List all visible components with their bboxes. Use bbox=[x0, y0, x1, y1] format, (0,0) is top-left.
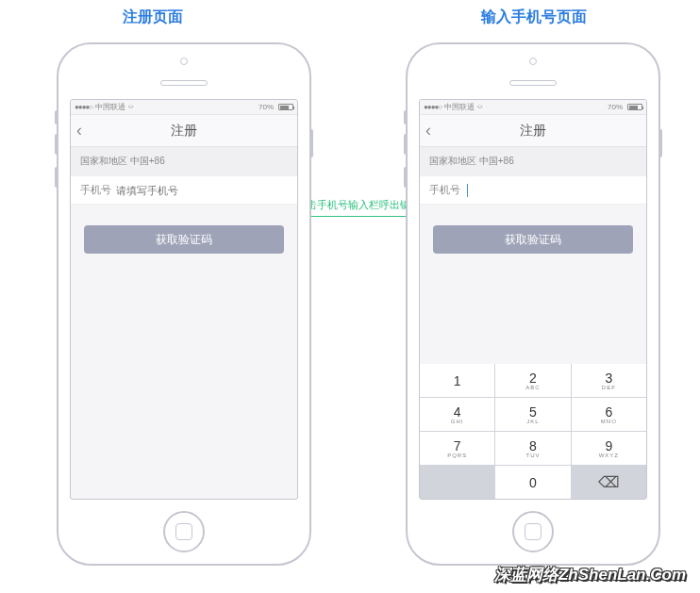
battery-pct: 70% bbox=[258, 103, 274, 111]
input-cursor bbox=[467, 184, 468, 197]
verify-button[interactable]: 获取验证码 bbox=[84, 225, 284, 254]
connector-line bbox=[307, 216, 410, 217]
back-icon[interactable]: ‹ bbox=[76, 121, 82, 140]
key-2[interactable]: 2ABC bbox=[495, 364, 570, 397]
volume-down bbox=[404, 167, 407, 188]
speaker-slot bbox=[509, 80, 557, 86]
key-5[interactable]: 5JKL bbox=[495, 398, 570, 431]
phone-label: 手机号 bbox=[80, 183, 116, 197]
key-backspace[interactable]: ⌫ bbox=[572, 466, 646, 499]
key-6[interactable]: 6MNO bbox=[572, 398, 646, 431]
volume-up bbox=[55, 134, 58, 155]
volume-up bbox=[404, 134, 407, 155]
phone-input[interactable] bbox=[116, 185, 288, 196]
region-row[interactable]: 国家和地区 中国+86 bbox=[420, 147, 646, 176]
header-left-title: 注册页面 bbox=[123, 8, 183, 27]
nav-title: 注册 bbox=[171, 123, 197, 140]
phone-label: 手机号 bbox=[429, 183, 465, 197]
key-8[interactable]: 8TUV bbox=[495, 432, 570, 465]
nav-title: 注册 bbox=[520, 123, 546, 140]
power-button bbox=[310, 129, 313, 157]
status-bar: ●●●●○ 中国联通 ⌔ 70% bbox=[420, 100, 646, 115]
key-0[interactable]: 0 bbox=[495, 466, 570, 499]
signal-icon: ●●●●○ bbox=[424, 103, 442, 111]
verify-button[interactable]: 获取验证码 bbox=[433, 225, 633, 254]
signal-icon: ●●●●○ bbox=[75, 103, 92, 111]
carrier-label: 中国联通 bbox=[95, 102, 125, 112]
carrier-label: 中国联通 bbox=[444, 102, 475, 112]
power-button bbox=[659, 129, 662, 157]
watermark: 深蓝网络ZhShenLan.Com bbox=[494, 564, 686, 585]
home-button[interactable] bbox=[512, 511, 554, 552]
phone-mockup-right: ●●●●○ 中国联通 ⌔ 70% ‹ 注册 国家和地区 中国+86 手机号 获取… bbox=[406, 42, 660, 566]
connector-label: 点击手机号输入栏呼出键盘 bbox=[296, 198, 421, 212]
battery-pct: 70% bbox=[608, 103, 623, 111]
phone-row[interactable]: 手机号 bbox=[71, 176, 297, 205]
battery-icon bbox=[276, 104, 293, 110]
key-9[interactable]: 9WXYZ bbox=[572, 432, 646, 465]
screen-right: ●●●●○ 中国联通 ⌔ 70% ‹ 注册 国家和地区 中国+86 手机号 获取… bbox=[419, 99, 647, 500]
wifi-icon: ⌔ bbox=[477, 103, 482, 112]
header-right-title: 输入手机号页面 bbox=[481, 8, 587, 27]
key-7[interactable]: 7PQRS bbox=[420, 432, 494, 465]
numeric-keyboard: 1 2ABC 3DEF 4GHI 5JKL 6MNO 7PQRS 8TUV 9W… bbox=[420, 364, 646, 499]
phone-row[interactable]: 手机号 bbox=[420, 176, 646, 205]
battery-icon bbox=[625, 104, 642, 110]
screen-left: ●●●●○ 中国联通 ⌔ 70% ‹ 注册 国家和地区 中国+86 手机号 获取… bbox=[70, 99, 298, 500]
status-bar: ●●●●○ 中国联通 ⌔ 70% bbox=[71, 100, 297, 115]
nav-bar: ‹ 注册 bbox=[71, 115, 297, 147]
key-3[interactable]: 3DEF bbox=[572, 364, 646, 397]
nav-bar: ‹ 注册 bbox=[420, 115, 646, 147]
key-4[interactable]: 4GHI bbox=[420, 398, 494, 431]
mute-switch bbox=[55, 110, 58, 124]
region-row[interactable]: 国家和地区 中国+86 bbox=[71, 147, 297, 176]
mute-switch bbox=[404, 110, 407, 124]
back-icon[interactable]: ‹ bbox=[425, 121, 431, 140]
phone-mockup-left: ●●●●○ 中国联通 ⌔ 70% ‹ 注册 国家和地区 中国+86 手机号 获取… bbox=[57, 42, 311, 566]
key-blank bbox=[420, 466, 494, 499]
camera-dot bbox=[529, 58, 537, 65]
key-1[interactable]: 1 bbox=[420, 364, 494, 397]
volume-down bbox=[55, 167, 58, 188]
wifi-icon: ⌔ bbox=[128, 103, 133, 112]
camera-dot bbox=[180, 58, 188, 65]
connector: 点击手机号输入栏呼出键盘 bbox=[307, 198, 410, 217]
speaker-slot bbox=[160, 80, 208, 86]
home-button[interactable] bbox=[163, 511, 205, 552]
